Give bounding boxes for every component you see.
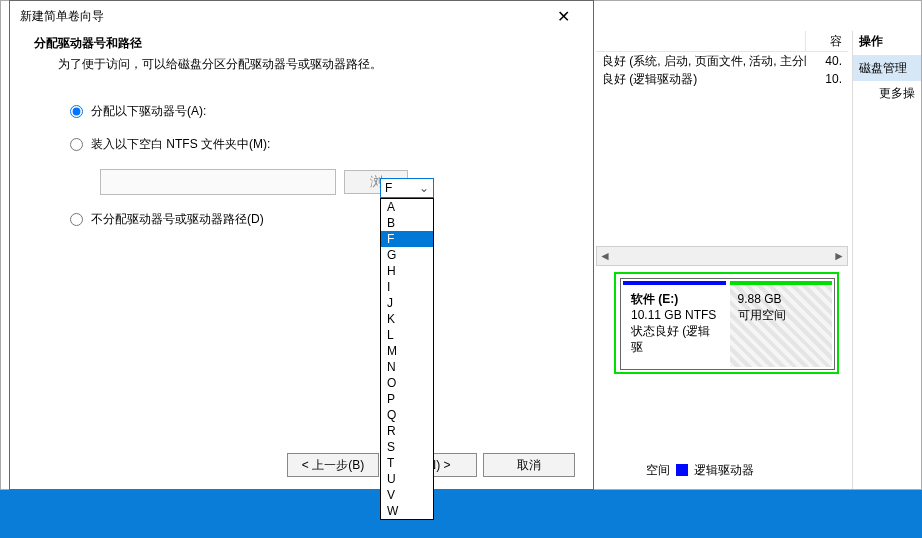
volume-e[interactable]: 软件 (E:) 10.11 GB NTFS 状态良好 (逻辑驱 (623, 281, 726, 367)
radio-assign[interactable] (70, 105, 83, 118)
back-button[interactable]: < 上一步(B) (287, 453, 379, 477)
drive-option-I[interactable]: I (381, 279, 433, 295)
table-row[interactable]: 良好 (系统, 启动, 页面文件, 活动, 主分区) 40. (596, 52, 848, 70)
drive-option-Q[interactable]: Q (381, 407, 433, 423)
scroll-right-icon[interactable]: ► (831, 248, 847, 264)
drive-option-M[interactable]: M (381, 343, 433, 359)
drive-option-J[interactable]: J (381, 295, 433, 311)
actions-more[interactable]: 更多操 (853, 81, 921, 106)
disk-layout: 软件 (E:) 10.11 GB NTFS 状态良好 (逻辑驱 9.88 GB … (620, 278, 835, 370)
drive-option-A[interactable]: A (381, 199, 433, 215)
cancel-button[interactable]: 取消 (483, 453, 575, 477)
drive-option-S[interactable]: S (381, 439, 433, 455)
table-row[interactable]: 良好 (逻辑驱动器) 10. (596, 70, 848, 88)
close-button[interactable]: ✕ (543, 2, 583, 30)
col-status[interactable] (596, 31, 805, 51)
drive-option-T[interactable]: T (381, 455, 433, 471)
option-mount-folder[interactable]: 装入以下空白 NTFS 文件夹中(M): (70, 136, 533, 153)
drive-option-R[interactable]: R (381, 423, 433, 439)
actions-item-disk-management[interactable]: 磁盘管理 (853, 56, 921, 81)
horizontal-scrollbar[interactable]: ◄ ► (596, 246, 848, 266)
drive-option-L[interactable]: L (381, 327, 433, 343)
drive-option-F[interactable]: F (381, 231, 433, 247)
drive-option-B[interactable]: B (381, 215, 433, 231)
drive-option-U[interactable]: U (381, 471, 433, 487)
page-subheading: 为了便于访问，可以给磁盘分区分配驱动器号或驱动器路径。 (34, 56, 569, 73)
volume-table: 容 良好 (系统, 启动, 页面文件, 活动, 主分区) 40. 良好 (逻辑驱… (596, 31, 848, 88)
new-simple-volume-wizard: 新建简单卷向导 ✕ 分配驱动器号和路径 为了便于访问，可以给磁盘分区分配驱动器号… (9, 0, 594, 490)
dialog-title: 新建简单卷向导 (20, 8, 543, 25)
volume-free[interactable]: 9.88 GB 可用空间 (730, 281, 833, 367)
drive-option-N[interactable]: N (381, 359, 433, 375)
actions-header: 操作 (853, 31, 921, 56)
drive-option-P[interactable]: P (381, 391, 433, 407)
col-capacity[interactable]: 容 (805, 31, 848, 51)
mount-path-input (100, 169, 336, 195)
drive-option-G[interactable]: G (381, 247, 433, 263)
chevron-down-icon: ⌄ (419, 181, 429, 195)
actions-panel: 操作 磁盘管理 更多操 (852, 31, 921, 489)
option-no-assign[interactable]: 不分配驱动器号或驱动器路径(D) (70, 211, 533, 228)
drive-option-K[interactable]: K (381, 311, 433, 327)
drive-option-W[interactable]: W (381, 503, 433, 519)
drive-letter-select[interactable]: F ⌄ (380, 178, 434, 198)
radio-none[interactable] (70, 213, 83, 226)
drive-option-H[interactable]: H (381, 263, 433, 279)
page-heading: 分配驱动器号和路径 (34, 35, 569, 52)
radio-mount[interactable] (70, 138, 83, 151)
scroll-left-icon[interactable]: ◄ (597, 248, 613, 264)
drive-letter-dropdown[interactable]: ABFGHIJKLMNOPQRSTUVW (380, 198, 434, 520)
option-assign-letter[interactable]: 分配以下驱动器号(A): (70, 103, 533, 120)
drive-option-V[interactable]: V (381, 487, 433, 503)
drive-option-O[interactable]: O (381, 375, 433, 391)
legend-swatch-blue (676, 464, 688, 476)
legend: 空间 逻辑驱动器 (646, 461, 841, 479)
